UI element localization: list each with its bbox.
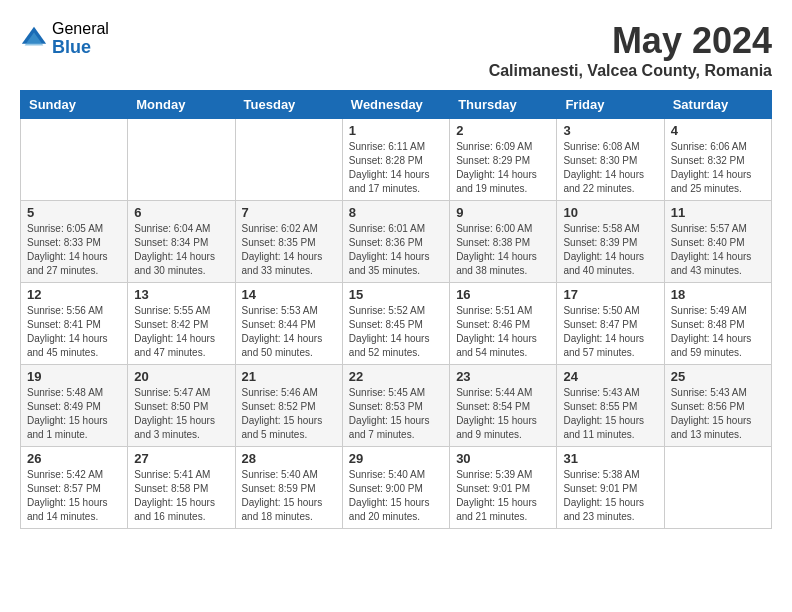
day-number: 13 <box>134 287 228 302</box>
day-number: 2 <box>456 123 550 138</box>
day-info: Sunrise: 5:42 AM Sunset: 8:57 PM Dayligh… <box>27 468 121 524</box>
day-info: Sunrise: 5:43 AM Sunset: 8:55 PM Dayligh… <box>563 386 657 442</box>
day-number: 23 <box>456 369 550 384</box>
calendar-cell: 31Sunrise: 5:38 AM Sunset: 9:01 PM Dayli… <box>557 447 664 529</box>
day-info: Sunrise: 6:00 AM Sunset: 8:38 PM Dayligh… <box>456 222 550 278</box>
day-info: Sunrise: 6:08 AM Sunset: 8:30 PM Dayligh… <box>563 140 657 196</box>
day-info: Sunrise: 5:43 AM Sunset: 8:56 PM Dayligh… <box>671 386 765 442</box>
day-info: Sunrise: 5:47 AM Sunset: 8:50 PM Dayligh… <box>134 386 228 442</box>
calendar-cell: 25Sunrise: 5:43 AM Sunset: 8:56 PM Dayli… <box>664 365 771 447</box>
calendar-cell: 4Sunrise: 6:06 AM Sunset: 8:32 PM Daylig… <box>664 119 771 201</box>
calendar-cell: 9Sunrise: 6:00 AM Sunset: 8:38 PM Daylig… <box>450 201 557 283</box>
day-number: 12 <box>27 287 121 302</box>
calendar-cell: 7Sunrise: 6:02 AM Sunset: 8:35 PM Daylig… <box>235 201 342 283</box>
calendar-cell: 23Sunrise: 5:44 AM Sunset: 8:54 PM Dayli… <box>450 365 557 447</box>
day-info: Sunrise: 5:53 AM Sunset: 8:44 PM Dayligh… <box>242 304 336 360</box>
day-number: 10 <box>563 205 657 220</box>
calendar-cell: 27Sunrise: 5:41 AM Sunset: 8:58 PM Dayli… <box>128 447 235 529</box>
calendar-cell: 15Sunrise: 5:52 AM Sunset: 8:45 PM Dayli… <box>342 283 449 365</box>
day-number: 11 <box>671 205 765 220</box>
day-info: Sunrise: 5:49 AM Sunset: 8:48 PM Dayligh… <box>671 304 765 360</box>
calendar-cell: 13Sunrise: 5:55 AM Sunset: 8:42 PM Dayli… <box>128 283 235 365</box>
day-info: Sunrise: 5:41 AM Sunset: 8:58 PM Dayligh… <box>134 468 228 524</box>
calendar-cell: 10Sunrise: 5:58 AM Sunset: 8:39 PM Dayli… <box>557 201 664 283</box>
logo-icon <box>20 25 48 53</box>
weekday-header: Tuesday <box>235 91 342 119</box>
location-title: Calimanesti, Valcea County, Romania <box>489 62 772 80</box>
calendar-cell: 2Sunrise: 6:09 AM Sunset: 8:29 PM Daylig… <box>450 119 557 201</box>
day-number: 22 <box>349 369 443 384</box>
day-number: 7 <box>242 205 336 220</box>
day-number: 18 <box>671 287 765 302</box>
calendar-cell <box>664 447 771 529</box>
weekday-header: Saturday <box>664 91 771 119</box>
logo-general: General <box>52 20 109 38</box>
calendar-cell: 29Sunrise: 5:40 AM Sunset: 9:00 PM Dayli… <box>342 447 449 529</box>
day-number: 19 <box>27 369 121 384</box>
weekday-header: Monday <box>128 91 235 119</box>
day-number: 5 <box>27 205 121 220</box>
day-number: 9 <box>456 205 550 220</box>
day-info: Sunrise: 6:02 AM Sunset: 8:35 PM Dayligh… <box>242 222 336 278</box>
day-info: Sunrise: 6:04 AM Sunset: 8:34 PM Dayligh… <box>134 222 228 278</box>
logo-text: General Blue <box>52 20 109 57</box>
page-header: General Blue May 2024 Calimanesti, Valce… <box>20 20 772 80</box>
day-number: 1 <box>349 123 443 138</box>
calendar-week-row: 1Sunrise: 6:11 AM Sunset: 8:28 PM Daylig… <box>21 119 772 201</box>
day-info: Sunrise: 6:11 AM Sunset: 8:28 PM Dayligh… <box>349 140 443 196</box>
day-info: Sunrise: 5:46 AM Sunset: 8:52 PM Dayligh… <box>242 386 336 442</box>
day-number: 29 <box>349 451 443 466</box>
calendar-body: 1Sunrise: 6:11 AM Sunset: 8:28 PM Daylig… <box>21 119 772 529</box>
day-number: 21 <box>242 369 336 384</box>
day-info: Sunrise: 5:57 AM Sunset: 8:40 PM Dayligh… <box>671 222 765 278</box>
day-info: Sunrise: 5:40 AM Sunset: 8:59 PM Dayligh… <box>242 468 336 524</box>
calendar-cell: 11Sunrise: 5:57 AM Sunset: 8:40 PM Dayli… <box>664 201 771 283</box>
weekday-header: Wednesday <box>342 91 449 119</box>
day-info: Sunrise: 6:06 AM Sunset: 8:32 PM Dayligh… <box>671 140 765 196</box>
day-info: Sunrise: 5:38 AM Sunset: 9:01 PM Dayligh… <box>563 468 657 524</box>
calendar-header: SundayMondayTuesdayWednesdayThursdayFrid… <box>21 91 772 119</box>
day-number: 16 <box>456 287 550 302</box>
calendar-cell <box>128 119 235 201</box>
day-info: Sunrise: 5:58 AM Sunset: 8:39 PM Dayligh… <box>563 222 657 278</box>
day-number: 30 <box>456 451 550 466</box>
calendar-table: SundayMondayTuesdayWednesdayThursdayFrid… <box>20 90 772 529</box>
day-number: 26 <box>27 451 121 466</box>
day-number: 31 <box>563 451 657 466</box>
day-info: Sunrise: 5:50 AM Sunset: 8:47 PM Dayligh… <box>563 304 657 360</box>
logo: General Blue <box>20 20 109 57</box>
day-number: 17 <box>563 287 657 302</box>
logo-blue: Blue <box>52 38 109 58</box>
calendar-cell: 26Sunrise: 5:42 AM Sunset: 8:57 PM Dayli… <box>21 447 128 529</box>
calendar-cell: 20Sunrise: 5:47 AM Sunset: 8:50 PM Dayli… <box>128 365 235 447</box>
month-title: May 2024 <box>489 20 772 62</box>
day-info: Sunrise: 5:52 AM Sunset: 8:45 PM Dayligh… <box>349 304 443 360</box>
day-info: Sunrise: 5:56 AM Sunset: 8:41 PM Dayligh… <box>27 304 121 360</box>
calendar-week-row: 26Sunrise: 5:42 AM Sunset: 8:57 PM Dayli… <box>21 447 772 529</box>
calendar-cell <box>21 119 128 201</box>
weekday-header: Friday <box>557 91 664 119</box>
calendar-cell: 28Sunrise: 5:40 AM Sunset: 8:59 PM Dayli… <box>235 447 342 529</box>
calendar-cell: 22Sunrise: 5:45 AM Sunset: 8:53 PM Dayli… <box>342 365 449 447</box>
day-number: 14 <box>242 287 336 302</box>
calendar-cell: 6Sunrise: 6:04 AM Sunset: 8:34 PM Daylig… <box>128 201 235 283</box>
calendar-cell: 1Sunrise: 6:11 AM Sunset: 8:28 PM Daylig… <box>342 119 449 201</box>
calendar-cell: 8Sunrise: 6:01 AM Sunset: 8:36 PM Daylig… <box>342 201 449 283</box>
day-number: 27 <box>134 451 228 466</box>
day-info: Sunrise: 5:48 AM Sunset: 8:49 PM Dayligh… <box>27 386 121 442</box>
calendar-cell: 17Sunrise: 5:50 AM Sunset: 8:47 PM Dayli… <box>557 283 664 365</box>
day-info: Sunrise: 5:44 AM Sunset: 8:54 PM Dayligh… <box>456 386 550 442</box>
calendar-cell: 12Sunrise: 5:56 AM Sunset: 8:41 PM Dayli… <box>21 283 128 365</box>
calendar-week-row: 12Sunrise: 5:56 AM Sunset: 8:41 PM Dayli… <box>21 283 772 365</box>
day-number: 3 <box>563 123 657 138</box>
day-number: 25 <box>671 369 765 384</box>
day-number: 28 <box>242 451 336 466</box>
day-number: 6 <box>134 205 228 220</box>
weekday-header: Thursday <box>450 91 557 119</box>
calendar-cell: 30Sunrise: 5:39 AM Sunset: 9:01 PM Dayli… <box>450 447 557 529</box>
day-info: Sunrise: 6:09 AM Sunset: 8:29 PM Dayligh… <box>456 140 550 196</box>
day-info: Sunrise: 5:45 AM Sunset: 8:53 PM Dayligh… <box>349 386 443 442</box>
day-number: 4 <box>671 123 765 138</box>
calendar-cell: 5Sunrise: 6:05 AM Sunset: 8:33 PM Daylig… <box>21 201 128 283</box>
weekday-row: SundayMondayTuesdayWednesdayThursdayFrid… <box>21 91 772 119</box>
